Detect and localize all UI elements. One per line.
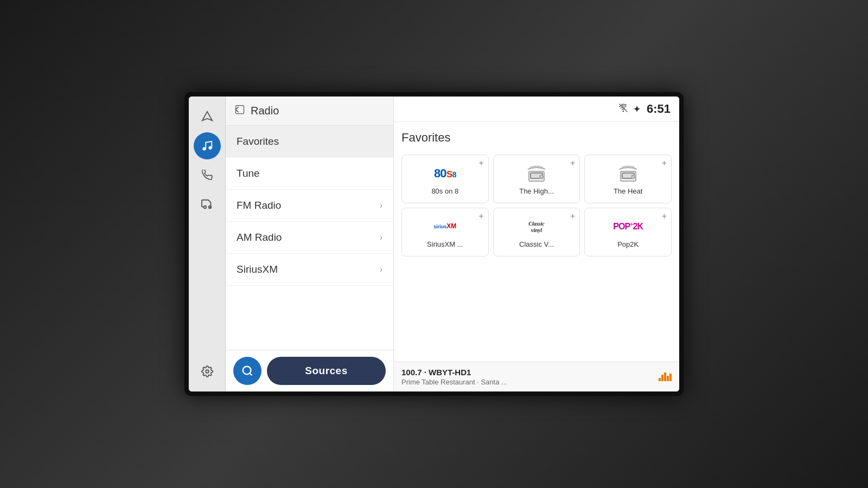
svg-point-3: [203, 206, 206, 209]
panel-header: Radio: [226, 97, 393, 126]
menu-item-am-radio[interactable]: AM Radio ›: [226, 222, 393, 254]
menu-item-tune[interactable]: Tune: [226, 158, 393, 190]
left-panel: Radio Favorites Tune FM Radio › AM Radio: [226, 97, 394, 391]
card-label-pop2k: Pop2K: [617, 240, 639, 248]
add-favorite-classic[interactable]: +: [570, 211, 575, 221]
svg-point-7: [243, 367, 251, 375]
bluetooth-icon: ✦: [633, 104, 640, 114]
favorite-card-the-heat[interactable]: + The Heat: [584, 155, 672, 203]
add-favorite-high[interactable]: +: [570, 158, 575, 168]
card-logo-heat: [618, 163, 638, 184]
menu-item-siriusxm-label: SiriusXM: [237, 264, 278, 275]
sidebar-item-car[interactable]: [194, 191, 221, 218]
card-logo-pop2k: POP+2K: [613, 216, 643, 237]
panel-title: Radio: [251, 105, 279, 117]
card-logo-siriusxm: siriusXM: [433, 216, 456, 237]
menu-item-tune-label: Tune: [237, 168, 260, 179]
svg-point-9: [623, 111, 624, 112]
favorite-card-classic-vinyl[interactable]: + Classic vinyl Classic V...: [493, 208, 580, 256]
search-button[interactable]: [233, 357, 261, 385]
menu-item-fm-radio[interactable]: FM Radio ›: [226, 190, 393, 222]
favorite-card-the-high[interactable]: + The High...: [493, 155, 580, 203]
svg-marker-0: [202, 112, 212, 121]
menu-item-fm-label: FM Radio: [237, 200, 281, 211]
am-radio-arrow: ›: [380, 233, 382, 242]
bottom-bar: Sources: [226, 350, 393, 391]
add-favorite-pop2k[interactable]: +: [662, 211, 667, 221]
card-label-high: The High...: [519, 187, 554, 195]
now-playing-info: 100.7 · WBYT-HD1 Prime Table Restaurant …: [401, 368, 507, 386]
screen: Radio Favorites Tune FM Radio › AM Radio: [189, 97, 679, 391]
favorites-section: Favorites + 80s8 80s on 8 +: [394, 122, 679, 362]
svg-point-5: [206, 370, 209, 373]
card-label-siriusxm: SiriusXM ...: [427, 240, 463, 248]
now-playing-station: 100.7 · WBYT-HD1: [401, 368, 507, 377]
add-favorite-80s[interactable]: +: [478, 158, 483, 168]
card-label-classic: Classic V...: [519, 240, 554, 248]
svg-rect-17: [661, 375, 663, 381]
right-header: ✦ 6:51: [394, 97, 679, 122]
menu-item-siriusxm[interactable]: SiriusXM ›: [226, 254, 393, 286]
favorites-title: Favorites: [401, 129, 672, 149]
sidebar: [189, 97, 226, 391]
favorite-card-80s-on-8[interactable]: + 80s8 80s on 8: [401, 155, 489, 203]
svg-rect-18: [664, 373, 666, 381]
sidebar-item-phone[interactable]: [194, 162, 221, 189]
card-label-80s: 80s on 8: [431, 187, 458, 195]
card-logo-80s: 80s8: [434, 163, 456, 184]
now-playing-sound-icon: [659, 370, 672, 384]
sidebar-item-navigation[interactable]: [194, 103, 221, 130]
svg-point-12: [540, 175, 543, 178]
svg-point-15: [631, 175, 635, 178]
menu-item-am-label: AM Radio: [237, 232, 282, 243]
sources-button[interactable]: Sources: [267, 357, 386, 385]
favorite-card-pop2k[interactable]: + POP+2K Pop2K: [584, 208, 672, 256]
svg-rect-16: [659, 378, 661, 381]
menu-item-favorites-label: Favorites: [237, 136, 279, 147]
no-signal-icon: [618, 103, 629, 115]
svg-rect-6: [236, 106, 244, 114]
sidebar-item-settings[interactable]: [194, 358, 221, 385]
menu-item-favorites[interactable]: Favorites: [226, 126, 393, 158]
siriusxm-arrow: ›: [380, 265, 382, 274]
svg-point-2: [208, 146, 212, 150]
now-playing-bar[interactable]: 100.7 · WBYT-HD1 Prime Table Restaurant …: [394, 362, 679, 391]
favorite-card-siriusxm[interactable]: + siriusXM SiriusXM ...: [401, 208, 489, 256]
status-icons: ✦: [618, 103, 640, 115]
add-favorite-siriusxm[interactable]: +: [478, 211, 483, 221]
svg-rect-20: [669, 374, 672, 381]
right-panel: ✦ 6:51 Favorites + 80s8 80s on 8: [394, 97, 679, 391]
card-logo-classic: Classic vinyl: [528, 216, 544, 237]
back-icon[interactable]: [234, 104, 245, 118]
fm-radio-arrow: ›: [380, 201, 382, 210]
menu-list: Favorites Tune FM Radio › AM Radio › Sir: [226, 126, 393, 350]
screen-bezel: Radio Favorites Tune FM Radio › AM Radio: [184, 92, 684, 396]
favorites-grid: + 80s8 80s on 8 +: [401, 155, 672, 256]
time-display: 6:51: [647, 102, 671, 116]
card-logo-high: [527, 163, 546, 184]
now-playing-track: Prime Table Restaurant · Santa ...: [401, 378, 507, 386]
card-label-heat: The Heat: [614, 187, 642, 195]
car-frame: Radio Favorites Tune FM Radio › AM Radio: [0, 0, 868, 488]
add-favorite-heat[interactable]: +: [662, 158, 667, 168]
svg-point-1: [202, 147, 206, 151]
svg-rect-19: [667, 376, 669, 381]
svg-point-4: [208, 206, 211, 209]
sidebar-item-music[interactable]: [194, 132, 221, 159]
